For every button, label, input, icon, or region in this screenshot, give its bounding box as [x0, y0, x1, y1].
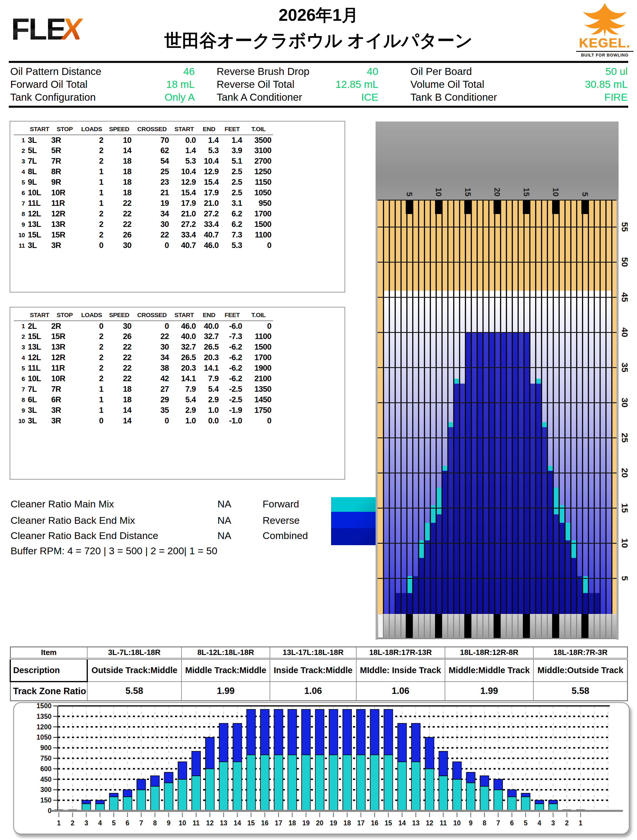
- info-label: Forward Oil Total: [10, 79, 88, 90]
- table-cell: 0.0: [171, 135, 198, 145]
- legend-label-combined: Combined: [263, 530, 339, 542]
- info-value: 18 mL: [166, 79, 195, 90]
- track-zone-ratio-section: Item3L-7L:18L-18R8L-12L:18L-18R13L-17L:1…: [9, 646, 628, 701]
- table-cell: 14.1: [171, 374, 198, 384]
- table-cell: 30: [133, 219, 171, 230]
- table-cell: 15L: [28, 230, 51, 240]
- table-cell: -2.5: [221, 384, 244, 395]
- table-cell: 23: [133, 177, 171, 188]
- svg-text:1500: 1500: [36, 703, 52, 710]
- table-cell: 26: [105, 332, 133, 342]
- table-cell: -6.0: [221, 321, 244, 332]
- svg-text:1350: 1350: [36, 713, 52, 720]
- table-cell: 11R: [51, 363, 78, 374]
- svg-text:17: 17: [275, 819, 282, 827]
- svg-text:13: 13: [412, 819, 420, 827]
- table-cell: 8: [14, 395, 28, 405]
- zone-table-cell: 18L-18R:12R-8R: [445, 647, 534, 659]
- table-cell: 18: [105, 384, 133, 395]
- table-cell: -1.0: [221, 416, 244, 426]
- table-cell: 0: [133, 321, 171, 332]
- table-cell: 10L: [28, 374, 51, 384]
- info-value: 12.85 mL: [336, 79, 378, 90]
- zone-table-row: Item3L-7L:18L-18R8L-12L:18L-18R13L-17L:1…: [10, 647, 628, 659]
- svg-text:12: 12: [426, 819, 434, 827]
- table-cell: 0: [78, 321, 105, 332]
- table-cell: 3R: [51, 405, 78, 416]
- flex-logo-text: FLE: [11, 12, 65, 46]
- table-cell: 26: [105, 230, 133, 240]
- table-cell: 1700: [244, 352, 273, 363]
- table-cell: 32.7: [198, 332, 221, 342]
- table-cell: -7.3: [221, 332, 244, 342]
- cleaner-ratio-value: NA: [181, 515, 231, 526]
- table-cell: -6.2: [221, 374, 244, 384]
- table-cell: 14: [105, 405, 133, 416]
- table-cell: 14.1: [198, 363, 221, 374]
- zone-table-cell: 18L-18R:17R-13R: [356, 647, 445, 659]
- zone-table-cell: MIddle: Inside Track: [356, 659, 445, 682]
- table-cell: 11L: [28, 363, 51, 374]
- svg-text:10: 10: [178, 819, 186, 827]
- table-cell: 3: [14, 156, 28, 167]
- flex-logo: FLEX: [11, 12, 81, 47]
- table-cell: 6R: [51, 395, 78, 405]
- table-cell: 21.0: [198, 198, 221, 209]
- table-cell: 62: [133, 145, 171, 156]
- svg-text:13: 13: [220, 819, 227, 827]
- table-cell: 2R: [51, 321, 78, 332]
- page-title: 2026年1月 世田谷オークラボウル オイルパターン: [146, 4, 491, 53]
- zone-table-cell: 1.99: [445, 682, 534, 701]
- table-cell: 22: [105, 198, 133, 209]
- table-cell: 7R: [51, 156, 78, 167]
- svg-text:5: 5: [580, 192, 589, 196]
- table-cell: 2.5: [221, 188, 244, 198]
- table-cell: 1: [14, 135, 28, 145]
- svg-text:0: 0: [48, 807, 52, 815]
- svg-text:19: 19: [302, 819, 310, 827]
- table-cell: 34: [133, 209, 171, 219]
- table-cell: 1450: [244, 395, 273, 405]
- table-cell: 3.1: [221, 198, 244, 209]
- svg-text:9: 9: [469, 819, 473, 827]
- table-cell: 1.4: [171, 145, 198, 156]
- table-row: 103L3R01401.00.0-1.00: [14, 416, 273, 426]
- svg-text:1050: 1050: [36, 733, 52, 741]
- table-cell: 6.2: [221, 209, 244, 219]
- table-cell: 32.7: [171, 342, 198, 352]
- table-cell: 0: [244, 240, 273, 251]
- kegel-phoenix-icon: [577, 2, 632, 37]
- table-cell: 2: [78, 352, 105, 363]
- table-cell: 17.9: [171, 198, 198, 209]
- svg-text:10: 10: [434, 188, 443, 196]
- table-cell: 38: [133, 363, 171, 374]
- table-cell: 6: [14, 188, 28, 198]
- table-cell: 4: [14, 167, 28, 177]
- table-cell: 27.2: [198, 209, 221, 219]
- title-month: 2026年1月: [146, 4, 491, 27]
- table-cell: 7L: [28, 156, 51, 167]
- table-cell: 2: [78, 342, 105, 352]
- info-row: Volume Oil Total 30.85 mL: [410, 78, 628, 91]
- table-cell: 2: [78, 363, 105, 374]
- table-cell: 35: [133, 405, 171, 416]
- table-cell: 15R: [51, 230, 78, 240]
- table-cell: 12R: [51, 352, 78, 363]
- svg-text:1: 1: [57, 819, 61, 827]
- table-cell: 10: [14, 230, 28, 240]
- table-cell: 25: [133, 167, 171, 177]
- table-cell: 1: [78, 167, 105, 177]
- kegel-tagline: BUILT FOR BOWLING: [576, 51, 634, 57]
- table-cell: 18: [105, 156, 133, 167]
- table-cell: 2: [78, 219, 105, 230]
- table-cell: 1700: [244, 209, 273, 219]
- info-row: Reverse Oil Total 12.85 mL: [217, 78, 378, 91]
- table-cell: 10: [14, 416, 28, 426]
- table-row: 711L11R1221917.921.03.1950: [14, 198, 273, 209]
- table-cell: 3R: [51, 240, 78, 251]
- table-cell: 2.9: [171, 405, 198, 416]
- table-cell: 6: [14, 374, 28, 384]
- table-row: 25L5R214621.45.33.93100: [14, 145, 273, 156]
- legend-swatch-reverse: [331, 512, 376, 528]
- table-cell: 1: [78, 177, 105, 188]
